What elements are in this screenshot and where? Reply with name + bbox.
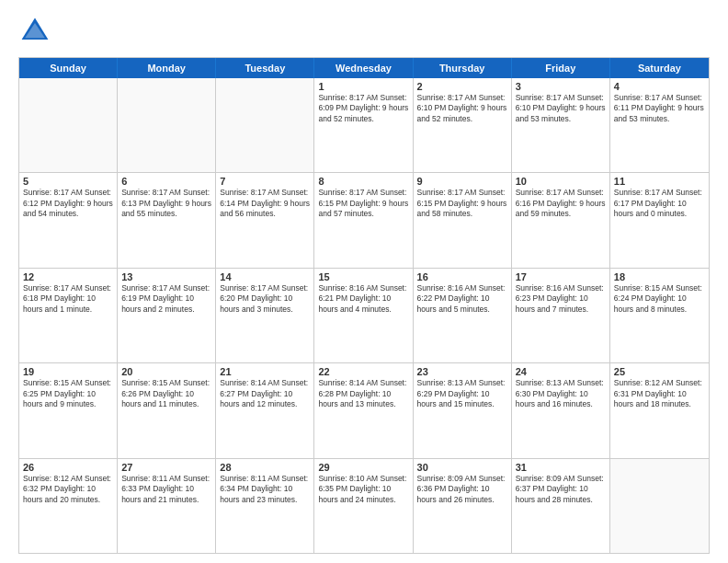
day-number: 20 xyxy=(121,366,211,377)
day-number: 28 xyxy=(220,462,310,473)
day-number: 8 xyxy=(318,176,408,187)
calendar-cell-day-1: 1Sunrise: 8:17 AM Sunset: 6:09 PM Daylig… xyxy=(314,78,413,172)
day-info: Sunrise: 8:14 AM Sunset: 6:27 PM Dayligh… xyxy=(220,378,310,409)
calendar-cell-day-8: 8Sunrise: 8:17 AM Sunset: 6:15 PM Daylig… xyxy=(314,173,413,267)
calendar-cell-day-18: 18Sunrise: 8:15 AM Sunset: 6:24 PM Dayli… xyxy=(610,269,709,362)
day-number: 14 xyxy=(220,271,310,282)
day-info: Sunrise: 8:11 AM Sunset: 6:33 PM Dayligh… xyxy=(121,474,211,505)
calendar: SundayMondayTuesdayWednesdayThursdayFrid… xyxy=(18,57,710,554)
day-info: Sunrise: 8:16 AM Sunset: 6:21 PM Dayligh… xyxy=(318,283,408,315)
day-info: Sunrise: 8:15 AM Sunset: 6:24 PM Dayligh… xyxy=(614,283,705,315)
weekday-header-tuesday: Tuesday xyxy=(216,58,314,78)
calendar-row-1: 5Sunrise: 8:17 AM Sunset: 6:12 PM Daylig… xyxy=(19,172,709,267)
calendar-cell-day-27: 27Sunrise: 8:11 AM Sunset: 6:33 PM Dayli… xyxy=(118,459,216,553)
day-number: 5 xyxy=(23,176,113,187)
weekday-header-wednesday: Wednesday xyxy=(314,58,413,78)
calendar-cell-day-21: 21Sunrise: 8:14 AM Sunset: 6:27 PM Dayli… xyxy=(216,363,314,457)
calendar-cell-day-29: 29Sunrise: 8:10 AM Sunset: 6:35 PM Dayli… xyxy=(314,459,413,553)
page: SundayMondayTuesdayWednesdayThursdayFrid… xyxy=(0,0,728,563)
day-number: 27 xyxy=(121,462,211,473)
day-info: Sunrise: 8:12 AM Sunset: 6:31 PM Dayligh… xyxy=(614,378,705,409)
calendar-row-3: 19Sunrise: 8:15 AM Sunset: 6:25 PM Dayli… xyxy=(19,362,709,457)
day-number: 25 xyxy=(614,366,705,377)
header xyxy=(18,15,710,48)
calendar-cell-day-25: 25Sunrise: 8:12 AM Sunset: 6:31 PM Dayli… xyxy=(610,363,709,457)
calendar-header: SundayMondayTuesdayWednesdayThursdayFrid… xyxy=(19,58,709,78)
weekday-header-sunday: Sunday xyxy=(19,58,118,78)
day-number: 24 xyxy=(516,366,606,377)
calendar-cell-day-3: 3Sunrise: 8:17 AM Sunset: 6:10 PM Daylig… xyxy=(512,78,610,172)
day-info: Sunrise: 8:17 AM Sunset: 6:10 PM Dayligh… xyxy=(516,93,606,124)
calendar-cell-day-10: 10Sunrise: 8:17 AM Sunset: 6:16 PM Dayli… xyxy=(512,173,610,267)
day-number: 7 xyxy=(220,176,310,187)
day-number: 3 xyxy=(516,81,606,92)
calendar-cell-day-2: 2Sunrise: 8:17 AM Sunset: 6:10 PM Daylig… xyxy=(414,78,512,172)
day-info: Sunrise: 8:17 AM Sunset: 6:20 PM Dayligh… xyxy=(220,283,310,315)
day-number: 21 xyxy=(220,366,310,377)
calendar-cell-day-23: 23Sunrise: 8:13 AM Sunset: 6:29 PM Dayli… xyxy=(414,363,512,457)
calendar-cell-day-13: 13Sunrise: 8:17 AM Sunset: 6:19 PM Dayli… xyxy=(118,269,216,362)
day-number: 13 xyxy=(121,271,211,282)
calendar-cell-day-22: 22Sunrise: 8:14 AM Sunset: 6:28 PM Dayli… xyxy=(314,363,413,457)
day-number: 10 xyxy=(516,176,606,187)
calendar-body: 1Sunrise: 8:17 AM Sunset: 6:09 PM Daylig… xyxy=(19,78,709,553)
day-info: Sunrise: 8:16 AM Sunset: 6:23 PM Dayligh… xyxy=(516,283,606,315)
day-number: 16 xyxy=(417,271,507,282)
day-number: 29 xyxy=(318,462,408,473)
day-info: Sunrise: 8:17 AM Sunset: 6:14 PM Dayligh… xyxy=(220,188,310,219)
day-number: 31 xyxy=(516,462,606,473)
day-number: 2 xyxy=(417,81,507,92)
weekday-header-saturday: Saturday xyxy=(610,58,709,78)
day-info: Sunrise: 8:17 AM Sunset: 6:10 PM Dayligh… xyxy=(417,93,507,124)
day-number: 18 xyxy=(614,271,705,282)
day-number: 22 xyxy=(318,366,408,377)
day-number: 4 xyxy=(614,81,705,92)
calendar-cell-day-16: 16Sunrise: 8:16 AM Sunset: 6:22 PM Dayli… xyxy=(414,269,512,362)
day-number: 9 xyxy=(417,176,507,187)
calendar-cell-day-20: 20Sunrise: 8:15 AM Sunset: 6:26 PM Dayli… xyxy=(118,363,216,457)
day-info: Sunrise: 8:12 AM Sunset: 6:32 PM Dayligh… xyxy=(23,474,113,505)
calendar-cell-empty xyxy=(19,78,118,172)
day-info: Sunrise: 8:15 AM Sunset: 6:25 PM Dayligh… xyxy=(23,378,113,409)
day-info: Sunrise: 8:17 AM Sunset: 6:13 PM Dayligh… xyxy=(121,188,211,219)
calendar-cell-day-31: 31Sunrise: 8:09 AM Sunset: 6:37 PM Dayli… xyxy=(512,459,610,553)
day-number: 1 xyxy=(318,81,408,92)
day-number: 26 xyxy=(23,462,113,473)
day-info: Sunrise: 8:16 AM Sunset: 6:22 PM Dayligh… xyxy=(417,283,507,315)
weekday-header-thursday: Thursday xyxy=(414,58,512,78)
day-info: Sunrise: 8:17 AM Sunset: 6:15 PM Dayligh… xyxy=(318,188,408,219)
day-info: Sunrise: 8:17 AM Sunset: 6:15 PM Dayligh… xyxy=(417,188,507,219)
day-number: 12 xyxy=(23,271,113,282)
calendar-cell-day-12: 12Sunrise: 8:17 AM Sunset: 6:18 PM Dayli… xyxy=(19,269,118,362)
day-info: Sunrise: 8:17 AM Sunset: 6:17 PM Dayligh… xyxy=(614,188,705,219)
logo xyxy=(18,15,55,48)
calendar-cell-day-15: 15Sunrise: 8:16 AM Sunset: 6:21 PM Dayli… xyxy=(314,269,413,362)
calendar-row-4: 26Sunrise: 8:12 AM Sunset: 6:32 PM Dayli… xyxy=(19,458,709,553)
calendar-cell-day-14: 14Sunrise: 8:17 AM Sunset: 6:20 PM Dayli… xyxy=(216,269,314,362)
day-info: Sunrise: 8:11 AM Sunset: 6:34 PM Dayligh… xyxy=(220,474,310,505)
day-number: 6 xyxy=(121,176,211,187)
logo-icon xyxy=(18,15,51,48)
day-info: Sunrise: 8:17 AM Sunset: 6:19 PM Dayligh… xyxy=(121,283,211,315)
day-info: Sunrise: 8:17 AM Sunset: 6:18 PM Dayligh… xyxy=(23,283,113,315)
day-info: Sunrise: 8:17 AM Sunset: 6:12 PM Dayligh… xyxy=(23,188,113,219)
calendar-cell-day-5: 5Sunrise: 8:17 AM Sunset: 6:12 PM Daylig… xyxy=(19,173,118,267)
calendar-cell-day-17: 17Sunrise: 8:16 AM Sunset: 6:23 PM Dayli… xyxy=(512,269,610,362)
calendar-cell-empty xyxy=(216,78,314,172)
day-info: Sunrise: 8:17 AM Sunset: 6:11 PM Dayligh… xyxy=(614,93,705,124)
day-number: 19 xyxy=(23,366,113,377)
day-info: Sunrise: 8:10 AM Sunset: 6:35 PM Dayligh… xyxy=(318,474,408,505)
day-info: Sunrise: 8:17 AM Sunset: 6:09 PM Dayligh… xyxy=(318,93,408,124)
day-number: 23 xyxy=(417,366,507,377)
day-number: 30 xyxy=(417,462,507,473)
calendar-cell-day-4: 4Sunrise: 8:17 AM Sunset: 6:11 PM Daylig… xyxy=(610,78,709,172)
calendar-cell-day-11: 11Sunrise: 8:17 AM Sunset: 6:17 PM Dayli… xyxy=(610,173,709,267)
day-info: Sunrise: 8:17 AM Sunset: 6:16 PM Dayligh… xyxy=(516,188,606,219)
calendar-cell-day-24: 24Sunrise: 8:13 AM Sunset: 6:30 PM Dayli… xyxy=(512,363,610,457)
calendar-cell-day-30: 30Sunrise: 8:09 AM Sunset: 6:36 PM Dayli… xyxy=(414,459,512,553)
calendar-row-0: 1Sunrise: 8:17 AM Sunset: 6:09 PM Daylig… xyxy=(19,78,709,172)
day-number: 11 xyxy=(614,176,705,187)
day-number: 17 xyxy=(516,271,606,282)
calendar-cell-day-28: 28Sunrise: 8:11 AM Sunset: 6:34 PM Dayli… xyxy=(216,459,314,553)
day-number: 15 xyxy=(318,271,408,282)
